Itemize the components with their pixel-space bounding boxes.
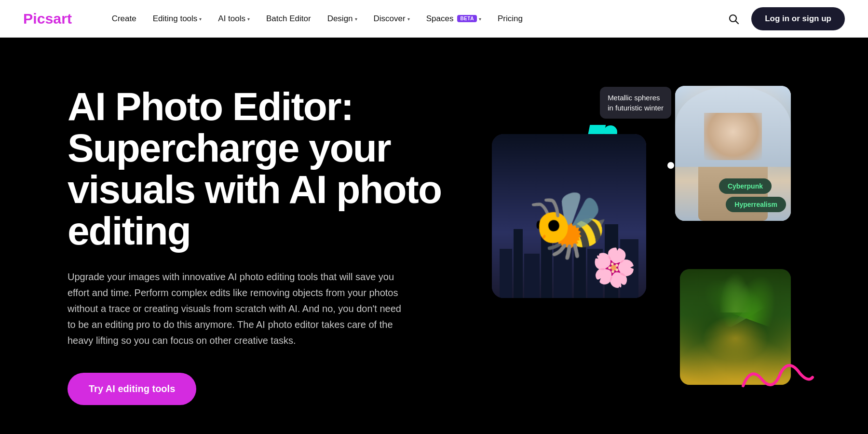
nav-create[interactable]: Create	[105, 10, 143, 27]
chevron-down-icon: ▾	[247, 16, 250, 22]
nav-ai-tools[interactable]: AI tools ▾	[211, 10, 257, 27]
svg-line-2	[736, 21, 739, 24]
woman-bottom-card	[680, 269, 791, 385]
cyberpunk-tag: Cyberpunk	[719, 178, 772, 194]
woman-face-detail	[704, 113, 762, 160]
try-ai-tools-button[interactable]: Try AI editing tools	[68, 373, 196, 405]
navbar: Picsart Create Editing tools ▾ AI tools …	[0, 0, 868, 38]
hyperrealism-tag: Hyperrealism	[726, 197, 786, 212]
chevron-down-icon: ▾	[407, 16, 410, 22]
woman-neck	[698, 167, 768, 221]
bee-card: 🐝 🌸	[492, 134, 646, 298]
hero-section: AI Photo Editor: Supercharge your visual…	[0, 38, 868, 434]
metallic-tooltip: Metallic spheres in futuristic winter	[600, 87, 671, 119]
pink-scribble	[736, 355, 817, 403]
nav-batch-editor[interactable]: Batch Editor	[259, 10, 318, 27]
nav-editing-tools[interactable]: Editing tools ▾	[146, 10, 209, 27]
nav-right: Log in or sign up	[723, 7, 845, 30]
hero-content: AI Photo Editor: Supercharge your visual…	[68, 76, 463, 405]
nav-links: Create Editing tools ▾ AI tools ▾ Batch …	[105, 10, 723, 27]
woman-face-glow	[702, 315, 769, 362]
hero-description: Upgrade your images with innovative AI p…	[68, 269, 405, 349]
nav-discover[interactable]: Discover ▾	[367, 10, 417, 27]
connector-dot	[667, 162, 674, 169]
svg-text:Picsart: Picsart	[23, 11, 72, 27]
nav-pricing[interactable]: Pricing	[491, 10, 529, 27]
search-button[interactable]	[723, 9, 744, 29]
login-button[interactable]: Log in or sign up	[751, 7, 845, 30]
hero-visuals: ai 🐝 🌸	[492, 76, 800, 414]
hero-title: AI Photo Editor: Supercharge your visual…	[68, 86, 463, 252]
logo[interactable]: Picsart	[23, 10, 78, 27]
chevron-down-icon: ▾	[479, 16, 481, 22]
nav-design[interactable]: Design ▾	[321, 10, 364, 27]
chevron-down-icon: ▾	[199, 16, 202, 22]
chevron-down-icon: ▾	[355, 16, 357, 22]
nav-spaces[interactable]: Spaces BETA ▾	[420, 10, 488, 27]
spaces-beta-badge: BETA	[457, 15, 476, 22]
